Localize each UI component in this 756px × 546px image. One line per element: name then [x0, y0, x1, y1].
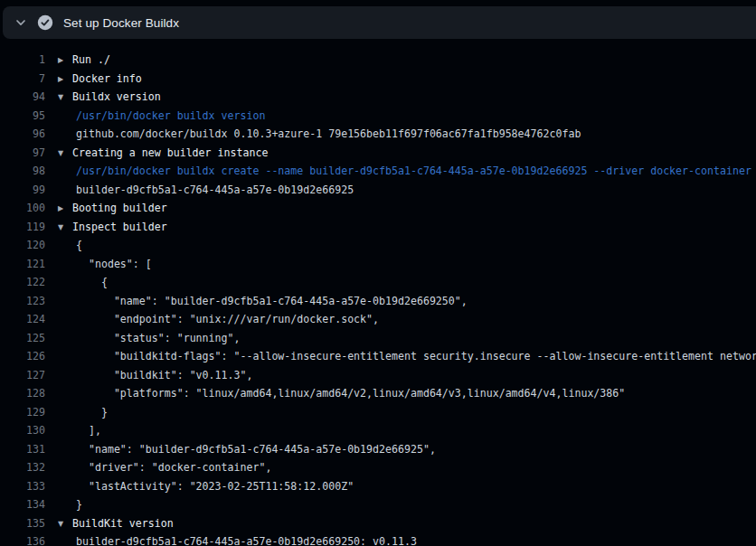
log-text: "buildkitd-flags": "--allow-insecure-ent… — [45, 347, 756, 366]
log-group-row[interactable]: 97▼Creating a new builder instance — [0, 144, 756, 163]
line-number[interactable]: 129 — [0, 403, 45, 422]
log-line: 124 "endpoint": "unix:///var/run/docker.… — [0, 310, 756, 329]
group-title: ▶Docker info — [45, 70, 756, 89]
actions-log-viewer: Set up Docker Buildx 1▶Run ./7▶Docker in… — [0, 0, 756, 546]
log-text: /usr/bin/docker buildx version — [45, 107, 756, 126]
log-line: 128 "platforms": "linux/amd64,linux/amd6… — [0, 384, 756, 403]
group-title: ▼Creating a new builder instance — [45, 144, 756, 163]
line-number[interactable]: 135 — [0, 514, 45, 533]
line-number[interactable]: 132 — [0, 458, 45, 477]
line-number[interactable]: 95 — [0, 107, 45, 126]
log-text: "endpoint": "unix:///var/run/docker.sock… — [45, 310, 756, 329]
log-line: 133 "lastActivity": "2023-02-25T11:58:12… — [0, 477, 756, 496]
log-line: 95/usr/bin/docker buildx version — [0, 107, 756, 126]
triangle-down-icon[interactable]: ▼ — [58, 515, 72, 533]
log-line: 131 "name": "builder-d9cfb5a1-c764-445a-… — [0, 440, 756, 459]
line-number[interactable]: 1 — [0, 51, 45, 70]
log-text: github.com/docker/buildx 0.10.3+azure-1 … — [45, 125, 756, 144]
triangle-down-icon[interactable]: ▼ — [58, 145, 72, 163]
line-number[interactable]: 125 — [0, 329, 45, 348]
line-number[interactable]: 96 — [0, 125, 45, 144]
log-container[interactable]: 1▶Run ./7▶Docker info94▼Buildx version95… — [0, 39, 756, 546]
line-number[interactable]: 127 — [0, 366, 45, 385]
group-title: ▼Buildx version — [45, 88, 756, 107]
group-title: ▼Inspect builder — [45, 218, 756, 237]
log-text: builder-d9cfb5a1-c764-445a-a57e-0b19d2e6… — [45, 532, 756, 546]
line-number[interactable]: 128 — [0, 384, 45, 403]
step-title: Set up Docker Buildx — [63, 16, 179, 30]
log-line: 99builder-d9cfb5a1-c764-445a-a57e-0b19d2… — [0, 181, 756, 200]
log-text: } — [45, 495, 756, 514]
log-group-row[interactable]: 119▼Inspect builder — [0, 218, 756, 237]
log-line: 134} — [0, 495, 756, 514]
log-line: 121 "nodes": [ — [0, 255, 756, 274]
log-text: "platforms": "linux/amd64,linux/amd64/v2… — [45, 384, 756, 403]
log-line: 120{ — [0, 236, 756, 255]
log-text: "nodes": [ — [45, 255, 756, 274]
log-text: ], — [45, 421, 756, 440]
line-number[interactable]: 123 — [0, 292, 45, 311]
line-number[interactable]: 99 — [0, 181, 45, 200]
log-line: 132 "driver": "docker-container", — [0, 458, 756, 477]
log-group-row[interactable]: 7▶Docker info — [0, 70, 756, 89]
log-line: 98/usr/bin/docker buildx create --name b… — [0, 162, 756, 181]
log-group-row[interactable]: 135▼BuildKit version — [0, 514, 756, 533]
line-number[interactable]: 98 — [0, 162, 45, 181]
log-text: "driver": "docker-container", — [45, 458, 756, 477]
log-line: 126 "buildkitd-flags": "--allow-insecure… — [0, 347, 756, 366]
log-line: 96github.com/docker/buildx 0.10.3+azure-… — [0, 125, 756, 144]
log-text: { — [45, 236, 756, 255]
line-number[interactable]: 97 — [0, 144, 45, 163]
triangle-right-icon[interactable]: ▶ — [58, 200, 72, 218]
log-text: builder-d9cfb5a1-c764-445a-a57e-0b19d2e6… — [45, 181, 756, 200]
triangle-down-icon[interactable]: ▼ — [58, 89, 72, 107]
log-text: "buildkit": "v0.11.3", — [45, 366, 756, 385]
group-title: ▼BuildKit version — [45, 514, 756, 533]
log-group-row[interactable]: 100▶Booting builder — [0, 199, 756, 218]
line-number[interactable]: 131 — [0, 440, 45, 459]
line-number[interactable]: 119 — [0, 218, 45, 237]
line-number[interactable]: 126 — [0, 347, 45, 366]
line-number[interactable]: 136 — [0, 532, 45, 546]
log-text: "name": "builder-d9cfb5a1-c764-445a-a57e… — [45, 292, 756, 311]
line-number[interactable]: 120 — [0, 236, 45, 255]
line-number[interactable]: 121 — [0, 255, 45, 274]
line-number[interactable]: 124 — [0, 310, 45, 329]
line-number[interactable]: 94 — [0, 88, 45, 107]
line-number[interactable]: 130 — [0, 421, 45, 440]
group-title: ▶Run ./ — [45, 51, 756, 70]
log-line: 129 } — [0, 403, 756, 422]
log-text: "lastActivity": "2023-02-25T11:58:12.000… — [45, 477, 756, 496]
log-text: "status": "running", — [45, 329, 756, 348]
triangle-down-icon[interactable]: ▼ — [58, 219, 72, 237]
log-text: "name": "builder-d9cfb5a1-c764-445a-a57e… — [45, 440, 756, 459]
step-header[interactable]: Set up Docker Buildx — [3, 6, 756, 39]
log-line: 127 "buildkit": "v0.11.3", — [0, 366, 756, 385]
log-text: /usr/bin/docker buildx create --name bui… — [45, 162, 756, 181]
log-line: 136builder-d9cfb5a1-c764-445a-a57e-0b19d… — [0, 532, 756, 546]
line-number[interactable]: 100 — [0, 199, 45, 218]
line-number[interactable]: 134 — [0, 495, 45, 514]
triangle-right-icon[interactable]: ▶ — [58, 71, 72, 89]
log-group-row[interactable]: 94▼Buildx version — [0, 88, 756, 107]
triangle-right-icon[interactable]: ▶ — [58, 52, 72, 70]
group-title: ▶Booting builder — [45, 199, 756, 218]
line-number[interactable]: 122 — [0, 273, 45, 292]
log-text: } — [45, 403, 756, 422]
check-circle-icon — [37, 14, 53, 31]
log-text: { — [45, 273, 756, 292]
line-number[interactable]: 7 — [0, 70, 45, 89]
log-line: 122 { — [0, 273, 756, 292]
log-line: 123 "name": "builder-d9cfb5a1-c764-445a-… — [0, 292, 756, 311]
log-group-row[interactable]: 1▶Run ./ — [0, 51, 756, 70]
log-line: 125 "status": "running", — [0, 329, 756, 348]
log-line: 130 ], — [0, 421, 756, 440]
line-number[interactable]: 133 — [0, 477, 45, 496]
chevron-down-icon[interactable] — [14, 16, 27, 29]
